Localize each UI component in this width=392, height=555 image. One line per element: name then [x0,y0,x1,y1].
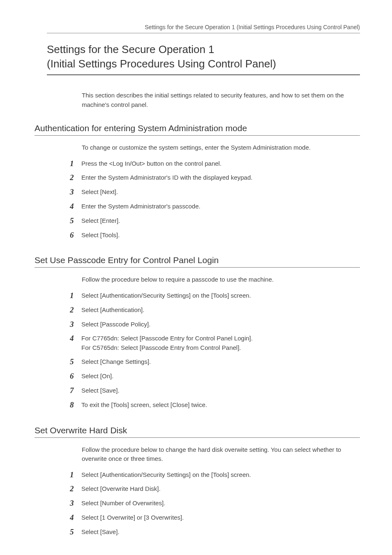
section-heading: Authentication for entering System Admin… [35,123,360,136]
step: 8To exit the [Tools] screen, select [Clo… [70,400,360,410]
step-number: 3 [70,499,81,508]
step: 2Select [Authentication]. [70,305,360,315]
step-number: 2 [70,305,81,315]
step: 1Select [Authentication/Security Setting… [70,291,360,301]
step: 5Select [Change Settings]. [70,357,360,367]
intro-paragraph: This section describes the initial setti… [82,91,360,109]
step: 6Select [On]. [70,372,360,381]
step-text: Press the <Log In/Out> button on the con… [81,159,221,169]
step-number: 3 [70,320,81,329]
step-text: Select [Enter]. [81,216,120,226]
step-text: Select [Tools]. [81,231,120,240]
step-number: 2 [70,173,81,183]
section-overwrite-hard-disk: Set Overwrite Hard Disk Follow the proce… [47,426,360,537]
page-title: Settings for the Secure Operation 1 (Ini… [47,42,360,71]
section-heading: Set Overwrite Hard Disk [35,426,360,438]
step-text: Select [Save]. [81,386,120,395]
step-number: 1 [70,159,81,169]
step-number: 1 [70,291,81,301]
step-number: 4 [70,202,81,211]
step-number: 6 [70,372,81,381]
step-number: 4 [70,334,81,343]
step: 6Select [Tools]. [70,231,360,240]
step: 7Select [Save]. [70,386,360,395]
step: 4Select [1 Overwrite] or [3 Overwrites]. [70,513,360,523]
page-title-block: Settings for the Secure Operation 1 (Ini… [47,42,360,75]
step-number: 4 [70,513,81,523]
step-text: To exit the [Tools] screen, select [Clos… [81,400,207,410]
step-text: Select [Authentication]. [81,305,144,315]
step: 1Press the <Log In/Out> button on the co… [70,159,360,169]
step: 3Select [Next]. [70,187,360,197]
step-text: Select [Save]. [81,527,120,537]
section-heading: Set Use Passcode Entry for Control Panel… [35,255,360,268]
step-number: 6 [70,231,81,240]
step-text: Enter the System Administrator's passcod… [81,202,201,211]
running-header: Settings for the Secure Operation 1 (Ini… [47,24,360,33]
step: 3Select [Passcode Policy]. [70,320,360,329]
step-text: Select [Next]. [81,187,118,197]
step-text: Select [1 Overwrite] or [3 Overwrites]. [81,513,184,523]
step-text: Select [Passcode Policy]. [81,320,150,329]
step-text: Select [On]. [81,372,113,381]
step-text: Select [Authentication/Security Settings… [81,291,251,301]
step-number: 1 [70,470,81,480]
step-text: Select [Overwrite Hard Disk]. [81,484,161,494]
step-number: 5 [70,216,81,226]
step-text: Select [Change Settings]. [81,357,151,367]
step-text: Select [Authentication/Security Settings… [81,470,251,480]
section-auth-admin-mode: Authentication for entering System Admin… [47,123,360,240]
step: 2Enter the System Administrator's ID wit… [70,173,360,183]
step-text: Enter the System Administrator's ID with… [81,173,252,183]
section-passcode-entry: Set Use Passcode Entry for Control Panel… [47,255,360,409]
section-lead: Follow the procedure below to require a … [82,275,360,284]
section-lead: Follow the procedure below to change the… [82,445,360,464]
step: 2Select [Overwrite Hard Disk]. [70,484,360,494]
step: 4Enter the System Administrator's passco… [70,202,360,211]
step-text: Select [Number of Overwrites]. [81,499,165,508]
step-number: 7 [70,386,81,395]
step: 1Select [Authentication/Security Setting… [70,470,360,480]
step: 5Select [Save]. [70,527,360,537]
section-lead: To change or customize the system settin… [82,143,360,153]
step-number: 5 [70,527,81,537]
step: 4For C7765dn: Select [Passcode Entry for… [70,334,360,352]
step-number: 8 [70,400,81,410]
step-number: 3 [70,187,81,197]
step: 5Select [Enter]. [70,216,360,226]
title-line-1: Settings for the Secure Operation 1 [47,43,214,56]
step: 3Select [Number of Overwrites]. [70,499,360,508]
title-line-2: (Initial Settings Procedures Using Contr… [47,58,276,70]
step-number: 2 [70,484,81,494]
step-number: 5 [70,357,81,367]
step-text: For C7765dn: Select [Passcode Entry for … [81,334,253,352]
